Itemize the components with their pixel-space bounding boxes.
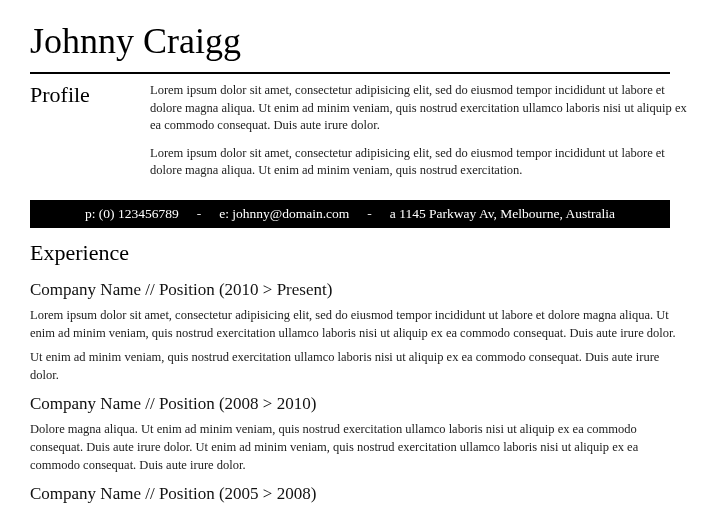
job-entry: Company Name // Position (2010 > Present… [30,280,690,385]
contact-sep: - [367,206,372,222]
email-label: e: [219,206,229,221]
profile-paragraph: Lorem ipsum dolor sit amet, consectetur … [150,82,690,135]
job-entry: Company Name // Position (2005 > 2008) [30,484,690,504]
experience-heading: Experience [30,240,690,266]
address-value: 1145 Parkway Av, Melbourne, Australia [399,206,615,221]
contact-email: e: johnny@domain.com [219,206,349,222]
contact-sep: - [197,206,202,222]
phone-label: p: [85,206,96,221]
job-title: Company Name // Position (2008 > 2010) [30,394,690,414]
job-title: Company Name // Position (2005 > 2008) [30,484,690,504]
job-body: Dolore magna aliqua. Ut enim ad minim ve… [30,420,690,474]
job-title: Company Name // Position (2010 > Present… [30,280,690,300]
contact-address: a 1145 Parkway Av, Melbourne, Australia [390,206,615,222]
job-entry: Company Name // Position (2008 > 2010) D… [30,394,690,474]
profile-paragraph: Lorem ipsum dolor sit amet, consectetur … [150,145,690,180]
divider [30,72,670,74]
profile-body: Lorem ipsum dolor sit amet, consectetur … [150,82,690,190]
phone-value: (0) 123456789 [99,206,179,221]
profile-section: Profile Lorem ipsum dolor sit amet, cons… [30,82,690,190]
resume-name: Johnny Craigg [30,20,690,62]
job-paragraph: Lorem ipsum dolor sit amet, consectetur … [30,306,690,342]
contact-bar: p: (0) 123456789 - e: johnny@domain.com … [30,200,670,228]
address-label: a [390,206,396,221]
job-body: Lorem ipsum dolor sit amet, consectetur … [30,306,690,385]
email-value: johnny@domain.com [232,206,349,221]
contact-phone: p: (0) 123456789 [85,206,179,222]
profile-heading: Profile [30,82,130,190]
job-paragraph: Dolore magna aliqua. Ut enim ad minim ve… [30,420,690,474]
job-paragraph: Ut enim ad minim veniam, quis nostrud ex… [30,348,690,384]
